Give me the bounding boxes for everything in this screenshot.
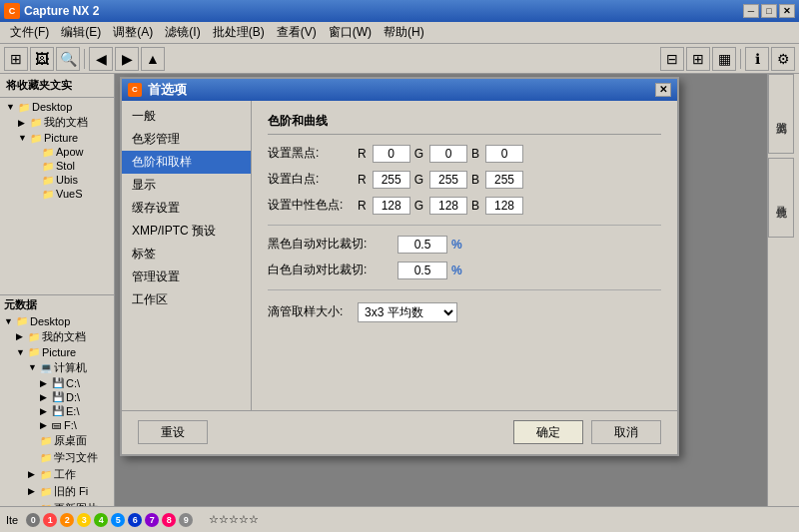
modal-sidebar: 一般 色彩管理 色阶和取样 显示 缓存设置 XMP/IPTC 预设 标签 管理设…	[122, 101, 252, 410]
b-label-w: B	[471, 173, 479, 187]
black-point-label: 设置黑点:	[268, 145, 358, 162]
white-b-input[interactable]	[485, 171, 523, 189]
g-label-n: G	[414, 199, 423, 213]
modal-title-bar: C 首选项 ✕	[122, 79, 677, 101]
black-point-fields: R G B	[358, 145, 523, 163]
cancel-button[interactable]: 取消	[591, 420, 661, 444]
divider2	[268, 289, 661, 290]
preferences-dialog: C 首选项 ✕ 一般 色彩管理 色阶和取样 显示 缓存设置 XMP/IPTC 预…	[120, 77, 679, 456]
sidebar-color-mgmt[interactable]: 色彩管理	[122, 128, 251, 151]
white-r-input[interactable]	[373, 171, 410, 189]
b-label: B	[471, 147, 479, 161]
neutral-g-input[interactable]	[429, 197, 467, 215]
black-clip-unit: %	[451, 238, 462, 252]
modal-icon: C	[128, 83, 142, 97]
ok-button[interactable]: 确定	[513, 420, 583, 444]
dropper-label: 滴管取样大小:	[268, 303, 358, 320]
white-g-input[interactable]	[429, 171, 467, 189]
black-g-input[interactable]	[429, 145, 467, 163]
modal-title: 首选项	[148, 81, 655, 99]
section-title: 色阶和曲线	[268, 113, 661, 135]
neutral-b-input[interactable]	[485, 197, 523, 215]
white-clip-unit: %	[451, 264, 462, 277]
black-r-input[interactable]	[373, 145, 410, 163]
black-clip-input[interactable]	[398, 236, 447, 254]
dropper-row: 滴管取样大小: 1x1 像素 3x3 平均数 5x5 平均数	[268, 302, 661, 322]
white-point-fields: R G B	[358, 171, 523, 189]
white-point-label: 设置白点:	[268, 171, 358, 188]
modal-body: 一般 色彩管理 色阶和取样 显示 缓存设置 XMP/IPTC 预设 标签 管理设…	[122, 101, 677, 410]
sidebar-management[interactable]: 管理设置	[122, 266, 251, 288]
neutral-point-fields: R G B	[358, 197, 523, 215]
b-label-n: B	[471, 199, 479, 213]
sidebar-levels-sampling[interactable]: 色阶和取样	[122, 151, 251, 174]
g-label-w: G	[414, 173, 423, 187]
black-b-input[interactable]	[485, 145, 523, 163]
modal-footer: 重设 确定 取消	[122, 410, 677, 454]
modal-overlay: C 首选项 ✕ 一般 色彩管理 色阶和取样 显示 缓存设置 XMP/IPTC 预…	[0, 0, 799, 532]
white-clip-input[interactable]	[398, 262, 447, 279]
neutral-point-row: 设置中性色点: R G B	[268, 197, 661, 215]
dropper-select[interactable]: 1x1 像素 3x3 平均数 5x5 平均数	[358, 302, 457, 322]
footer-right-buttons: 确定 取消	[513, 420, 661, 444]
white-clip-row: 白色自动对比裁切: %	[268, 262, 661, 279]
sidebar-xmp-iptc[interactable]: XMP/IPTC 预设	[122, 220, 251, 243]
r-label-n: R	[358, 199, 367, 213]
r-label: R	[358, 147, 367, 161]
divider	[268, 225, 661, 226]
modal-main-content: 色阶和曲线 设置黑点: R G B 设置白点:	[252, 101, 677, 410]
neutral-r-input[interactable]	[373, 197, 410, 215]
sidebar-display[interactable]: 显示	[122, 174, 251, 197]
reset-button[interactable]: 重设	[138, 420, 208, 444]
neutral-point-label: 设置中性色点:	[268, 197, 358, 214]
g-label: G	[414, 147, 423, 161]
sidebar-workspace[interactable]: 工作区	[122, 288, 251, 311]
r-label-w: R	[358, 173, 367, 187]
modal-close-button[interactable]: ✕	[655, 83, 671, 97]
white-clip-label: 白色自动对比裁切:	[268, 262, 398, 278]
sidebar-labels[interactable]: 标签	[122, 243, 251, 266]
black-clip-label: 黑色自动对比裁切:	[268, 236, 398, 253]
sidebar-cache[interactable]: 缓存设置	[122, 197, 251, 220]
black-point-row: 设置黑点: R G B	[268, 145, 661, 163]
white-point-row: 设置白点: R G B	[268, 171, 661, 189]
sidebar-general[interactable]: 一般	[122, 105, 251, 128]
black-clip-row: 黑色自动对比裁切: %	[268, 236, 661, 254]
